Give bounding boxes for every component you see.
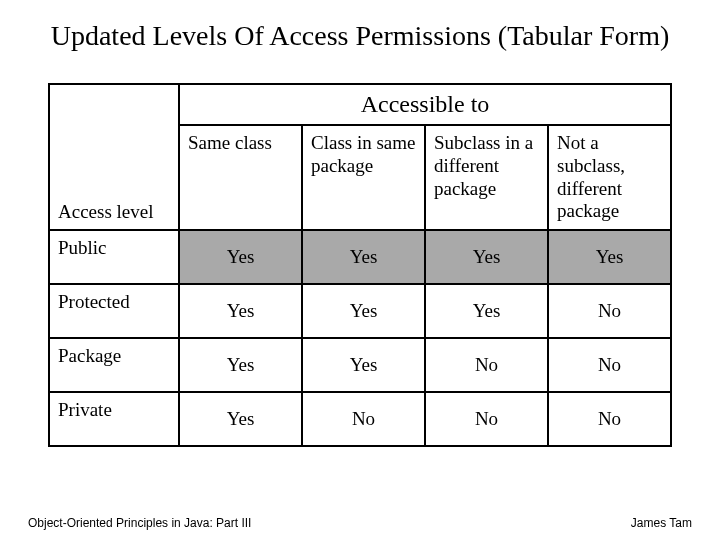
table-header-row-1: Access level Accessible to bbox=[49, 84, 671, 125]
col-header-not-subclass-diff-package: Not a subclass, different package bbox=[548, 125, 671, 230]
cell: Yes bbox=[302, 230, 425, 284]
cell: Yes bbox=[425, 230, 548, 284]
cell: Yes bbox=[302, 284, 425, 338]
accessible-to-header: Accessible to bbox=[179, 84, 671, 125]
page-title: Updated Levels Of Access Permissions (Ta… bbox=[48, 18, 672, 53]
row-label: Public bbox=[49, 230, 179, 284]
cell: No bbox=[548, 392, 671, 446]
cell: No bbox=[548, 338, 671, 392]
cell: Yes bbox=[548, 230, 671, 284]
row-label: Private bbox=[49, 392, 179, 446]
cell: No bbox=[302, 392, 425, 446]
cell: Yes bbox=[425, 284, 548, 338]
table-row: Package Yes Yes No No bbox=[49, 338, 671, 392]
slide: Updated Levels Of Access Permissions (Ta… bbox=[0, 0, 720, 540]
cell: Yes bbox=[179, 392, 302, 446]
footer-right: James Tam bbox=[631, 516, 692, 530]
table-row: Public Yes Yes Yes Yes bbox=[49, 230, 671, 284]
cell: No bbox=[425, 338, 548, 392]
row-label: Package bbox=[49, 338, 179, 392]
cell: No bbox=[425, 392, 548, 446]
footer-left: Object-Oriented Principles in Java: Part… bbox=[28, 516, 251, 530]
col-header-same-package: Class in same package bbox=[302, 125, 425, 230]
cell: Yes bbox=[302, 338, 425, 392]
cell: Yes bbox=[179, 230, 302, 284]
cell: No bbox=[548, 284, 671, 338]
permissions-table: Access level Accessible to Same class Cl… bbox=[48, 83, 672, 447]
cell: Yes bbox=[179, 338, 302, 392]
table-row: Private Yes No No No bbox=[49, 392, 671, 446]
access-level-header: Access level bbox=[49, 84, 179, 230]
footer: Object-Oriented Principles in Java: Part… bbox=[0, 516, 720, 530]
row-label: Protected bbox=[49, 284, 179, 338]
cell: Yes bbox=[179, 284, 302, 338]
table-row: Protected Yes Yes Yes No bbox=[49, 284, 671, 338]
col-header-subclass-diff-package: Subclass in a different package bbox=[425, 125, 548, 230]
col-header-same-class: Same class bbox=[179, 125, 302, 230]
